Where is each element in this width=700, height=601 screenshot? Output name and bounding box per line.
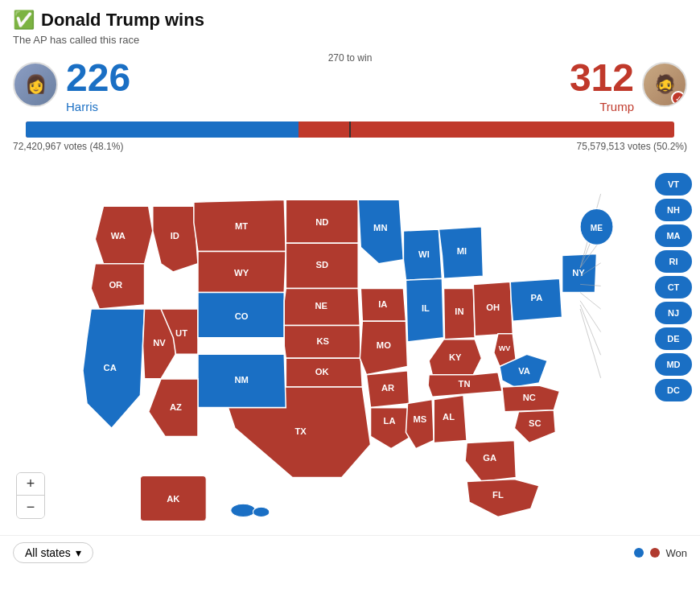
svg-text:AK: AK: [167, 494, 179, 504]
svg-text:MT: MT: [235, 221, 248, 231]
small-state-ct: CT: [655, 276, 692, 298]
svg-text:MS: MS: [413, 414, 426, 424]
small-state-nj: NJ: [655, 302, 692, 324]
legend: Won: [634, 547, 688, 559]
svg-text:ID: ID: [171, 231, 179, 241]
svg-text:IL: IL: [422, 303, 430, 313]
small-states-panel: VT NH MA RI CT NJ DE MD DC: [655, 173, 692, 401]
svg-text:HI: HI: [248, 517, 257, 527]
trump-popular-votes: 75,579,513 votes (50.2%): [577, 141, 687, 152]
svg-text:NE: NE: [315, 301, 327, 311]
chevron-down-icon: ▾: [76, 546, 81, 559]
svg-text:UT: UT: [175, 328, 187, 338]
harris-bar: [26, 121, 299, 138]
candidates-row: 👩 226 Harris 270 to win 312 Trump 🧔 ✓: [0, 52, 700, 117]
svg-text:FL: FL: [492, 490, 504, 500]
svg-line-89: [580, 301, 601, 332]
small-state-nh: NH: [655, 199, 692, 221]
trump-info: 312 Trump: [570, 56, 634, 113]
map-area: WA OR CA NV ID MT WY UT CO ND SD NE: [8, 157, 692, 535]
svg-text:OR: OR: [109, 280, 122, 290]
svg-text:ME: ME: [591, 224, 603, 233]
svg-text:PA: PA: [531, 293, 543, 303]
svg-text:MN: MN: [373, 223, 387, 233]
svg-text:CA: CA: [104, 363, 117, 373]
svg-text:IN: IN: [455, 307, 463, 316]
svg-marker-42: [371, 408, 412, 449]
svg-text:WI: WI: [418, 249, 430, 259]
svg-text:TN: TN: [459, 379, 471, 389]
svg-text:MI: MI: [457, 246, 467, 256]
trump-electoral-votes: 312: [570, 56, 634, 100]
svg-text:OH: OH: [486, 303, 500, 312]
page-title: Donald Trump wins: [41, 10, 204, 31]
checkmark-icon: ✅: [13, 10, 35, 31]
all-states-button[interactable]: All states ▾: [13, 542, 93, 563]
trump-name: Trump: [570, 100, 634, 113]
svg-text:NV: NV: [153, 338, 166, 348]
svg-line-90: [580, 305, 601, 355]
small-state-dc: DC: [655, 379, 692, 401]
svg-text:CO: CO: [235, 311, 249, 321]
harris-electoral-votes: 226: [66, 56, 130, 100]
legend-blue-dot: [634, 548, 644, 558]
all-states-label: All states: [25, 546, 71, 559]
270-marker: [349, 121, 351, 138]
svg-text:AL: AL: [443, 412, 455, 422]
to-win-label: 270 to win: [328, 52, 373, 64]
svg-text:ND: ND: [315, 217, 328, 227]
small-state-md: MD: [655, 353, 692, 376]
trump-candidate: 312 Trump 🧔 ✓: [570, 56, 687, 113]
electoral-progress-bar: [26, 121, 674, 138]
harris-popular-votes: 72,420,967 votes (48.1%): [13, 141, 123, 152]
legend-won-label: Won: [666, 547, 688, 559]
svg-text:SC: SC: [529, 418, 541, 428]
svg-text:AR: AR: [381, 383, 394, 393]
small-state-de: DE: [655, 327, 692, 350]
svg-line-91: [580, 309, 601, 378]
votes-row: 72,420,967 votes (48.1%) 75,579,513 vote…: [0, 139, 700, 157]
svg-text:NY: NY: [572, 268, 585, 278]
svg-marker-54: [406, 399, 434, 448]
zoom-out-button[interactable]: −: [17, 496, 44, 518]
small-state-ma: MA: [655, 224, 692, 247]
zoom-in-button[interactable]: +: [17, 473, 44, 496]
harris-info: 226 Harris: [66, 56, 130, 113]
svg-line-88: [580, 293, 601, 309]
svg-text:WA: WA: [111, 231, 126, 241]
legend-red-dot: [650, 548, 660, 558]
svg-text:AZ: AZ: [170, 402, 182, 412]
small-state-ri: RI: [655, 250, 692, 273]
trump-winner-check: ✓: [671, 91, 686, 105]
header: ✅ Donald Trump wins: [0, 0, 700, 34]
svg-text:KS: KS: [316, 336, 329, 346]
us-map: WA OR CA NV ID MT WY UT CO ND SD NE: [8, 157, 692, 535]
svg-text:IA: IA: [378, 299, 387, 309]
svg-text:SD: SD: [315, 260, 328, 270]
svg-text:WV: WV: [499, 344, 512, 352]
svg-text:NM: NM: [234, 375, 248, 385]
harris-avatar: 👩: [13, 62, 58, 107]
subtitle: The AP has called this race: [0, 34, 700, 52]
svg-text:MO: MO: [377, 340, 391, 350]
svg-text:VA: VA: [518, 366, 530, 376]
bottom-bar: All states ▾ Won: [0, 535, 700, 570]
harris-candidate: 👩 226 Harris: [13, 56, 130, 113]
svg-point-81: [253, 507, 269, 517]
small-state-vt: VT: [655, 173, 692, 196]
svg-text:GA: GA: [483, 453, 496, 463]
harris-name: Harris: [66, 100, 130, 113]
svg-text:TX: TX: [295, 426, 307, 436]
svg-text:LA: LA: [384, 416, 396, 426]
svg-text:WY: WY: [234, 268, 249, 278]
zoom-controls[interactable]: + −: [16, 472, 45, 519]
svg-point-80: [231, 504, 256, 517]
svg-text:NC: NC: [523, 393, 536, 402]
svg-text:OK: OK: [315, 367, 329, 377]
trump-avatar: 🧔 ✓: [642, 62, 687, 107]
svg-text:KY: KY: [449, 352, 462, 362]
